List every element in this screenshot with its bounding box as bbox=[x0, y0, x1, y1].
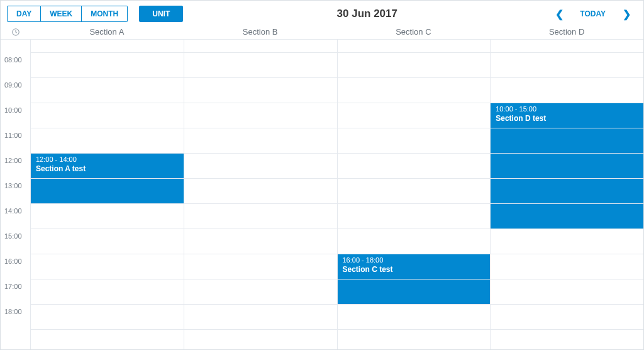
hour-line bbox=[30, 103, 643, 103]
scheduler-window: DAY WEEK MONTH UNIT 30 Jun 2017 ❮ TODAY … bbox=[0, 0, 644, 350]
column-header-b: Section B bbox=[184, 25, 337, 39]
time-gutter: 08:0009:0010:0011:0012:0013:0014:0015:00… bbox=[1, 40, 30, 349]
time-label: 08:00 bbox=[1, 47, 30, 72]
hour-line bbox=[30, 304, 643, 305]
time-label: 15:00 bbox=[1, 223, 30, 249]
time-label: 11:00 bbox=[1, 123, 30, 148]
time-label: 13:00 bbox=[1, 173, 30, 198]
event-title: Section C test bbox=[343, 265, 393, 274]
column-header-a: Section A bbox=[30, 25, 184, 39]
time-label: 09:00 bbox=[1, 72, 30, 98]
calendar-column-c[interactable]: 16:00 - 18:00Section C test bbox=[337, 40, 491, 349]
calendar-column-a[interactable]: 12:00 - 14:00Section A test bbox=[30, 40, 184, 349]
time-label: 14:00 bbox=[1, 198, 30, 223]
page-title: 30 Jun 2017 bbox=[183, 8, 551, 20]
calendar-columns: 12:00 - 14:00Section A test Section B te… bbox=[30, 40, 643, 349]
calendar-grid[interactable]: 08:0009:0010:0011:0012:0013:0014:0015:00… bbox=[1, 40, 643, 349]
column-headers: Section A Section B Section C Section D bbox=[1, 25, 643, 40]
event-time: 12:00 - 14:00 bbox=[36, 155, 179, 163]
view-day-button[interactable]: DAY bbox=[7, 6, 41, 22]
hour-line bbox=[30, 329, 643, 330]
hour-line bbox=[30, 229, 643, 229]
chevron-right-icon: ❯ bbox=[623, 8, 631, 20]
hour-line bbox=[30, 178, 643, 179]
time-label: 16:00 bbox=[1, 249, 30, 274]
date-nav-group: ❮ TODAY ❯ bbox=[551, 6, 637, 22]
event-time: 16:00 - 18:00 bbox=[343, 256, 486, 264]
hour-line bbox=[30, 279, 643, 279]
calendar-column-d[interactable]: 10:00 - 15:00Section D test bbox=[490, 40, 643, 349]
hour-line bbox=[30, 52, 643, 53]
prev-button[interactable]: ❮ bbox=[551, 6, 567, 22]
event[interactable]: 10:00 - 15:00Section D test bbox=[491, 103, 643, 229]
clock-icon bbox=[11, 28, 20, 37]
calendar-column-b[interactable]: Section B test bbox=[184, 40, 337, 349]
event-title: Section A test bbox=[36, 164, 86, 173]
hour-line bbox=[30, 77, 643, 78]
view-switch-group: DAY WEEK MONTH bbox=[7, 6, 128, 22]
hour-line bbox=[30, 203, 643, 204]
chevron-left-icon: ❮ bbox=[555, 8, 564, 20]
toolbar: DAY WEEK MONTH UNIT 30 Jun 2017 ❮ TODAY … bbox=[1, 1, 643, 25]
column-header-d: Section D bbox=[490, 25, 643, 39]
view-unit-button[interactable]: UNIT bbox=[139, 6, 183, 22]
time-label: 10:00 bbox=[1, 98, 30, 123]
view-week-button[interactable]: WEEK bbox=[41, 6, 82, 22]
column-header-c: Section C bbox=[337, 25, 491, 39]
hour-line bbox=[30, 128, 643, 128]
time-label: 17:00 bbox=[1, 274, 30, 299]
hour-line bbox=[30, 254, 643, 254]
hour-line bbox=[30, 153, 643, 154]
event-title: Section D test bbox=[496, 114, 546, 123]
today-button[interactable]: TODAY bbox=[572, 6, 613, 22]
next-button[interactable]: ❯ bbox=[618, 6, 635, 22]
time-label: 18:00 bbox=[1, 299, 30, 324]
event-time: 10:00 - 15:00 bbox=[496, 105, 638, 113]
time-gutter-header bbox=[1, 25, 30, 39]
view-month-button[interactable]: MONTH bbox=[82, 6, 128, 22]
time-label: 12:00 bbox=[1, 148, 30, 173]
